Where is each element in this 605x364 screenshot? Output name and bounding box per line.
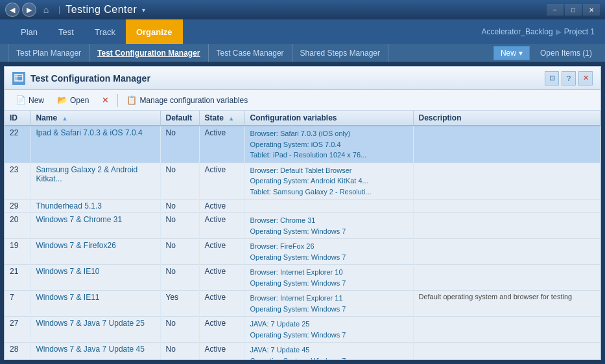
menu-right: Accelerator_Backlog ▶ Project 1 [482,27,595,36]
breadcrumb: Accelerator_Backlog ▶ Project 1 [482,27,595,36]
home-icon[interactable]: ⌂ [39,3,53,17]
cell-id: 23 [5,163,30,199]
forward-button[interactable]: ▶ [22,3,36,17]
breadcrumb-right: Project 1 [564,27,595,36]
sub-nav-item-test-plan-manager[interactable]: Test Plan Manager [8,44,89,62]
col-header-default: Default [160,111,199,126]
config-name-link[interactable]: Windows 7 & Firefox26 [36,241,116,250]
cell-name[interactable]: Windows 7 & IE11 [30,291,160,317]
cell-name[interactable]: Windows 7 & Firefox26 [30,239,160,265]
config-name-link[interactable]: Windows 7 & Java 7 Update 25 [36,319,145,328]
sub-nav-items: Test Plan ManagerTest Configuration Mana… [8,44,388,62]
config-name-link[interactable]: Windows 7 & IE11 [36,293,100,302]
window-controls: − □ ✕ [547,4,600,16]
config-var-line: Browser: Default Tablet Browser [250,165,408,176]
open-items-button[interactable]: Open Items (1) [535,47,597,60]
table-row[interactable]: 22Ipad & Safari 7.0.3 & iOS 7.0.4NoActiv… [5,126,600,163]
table-row[interactable]: 23Samsung Galaxy 2 & Android Kitkat...No… [5,163,600,199]
cell-id: 21 [5,265,30,291]
table-row[interactable]: 29Thunderhead 5.1.3NoActive [5,199,600,213]
config-var-line: Browser: Internet Explorer 10 [250,267,408,278]
config-name-link[interactable]: Windows 7 & Chrome 31 [36,215,123,224]
manage-vars-icon: 📋 [126,95,137,105]
cell-config-vars: Browser: Chrome 31Operating System: Wind… [244,213,413,239]
menu-item-organize[interactable]: Organize [126,19,183,44]
table-row[interactable]: 27Windows 7 & Java 7 Update 25NoActiveJA… [5,317,600,343]
config-name-link[interactable]: Windows 7 & Java 7 Update 45 [36,345,145,354]
config-var-line: JAVA: 7 Update 25 [250,319,408,330]
menu-item-test[interactable]: Test [48,19,84,44]
cell-name[interactable]: Windows 7 & Chrome 31 [30,213,160,239]
sub-nav-item-test-configuration-manager[interactable]: Test Configuration Manager [89,44,208,62]
config-var-line: Operating System: Windows 7 [250,252,408,263]
col-header-name[interactable]: Name ▲ [30,111,160,126]
config-name-link[interactable]: Windows 7 & IE10 [36,267,100,276]
config-var-line: Operating System: iOS 7.0.4 [250,139,408,150]
cell-name[interactable]: Windows 7 & Java 7 Update 45 [30,343,160,360]
config-var-line: Operating System: Windows 7 [250,304,408,315]
menu-item-plan[interactable]: Plan [10,19,48,44]
restore-button[interactable]: ⊡ [545,71,559,85]
table-container[interactable]: ID Name ▲ Default State ▲ Configuration … [5,111,600,359]
config-var-line: Browser: Internet Explorer 11 [250,293,408,304]
menu-items: PlanTestTrackOrganize [10,19,183,44]
cell-name[interactable]: Thunderhead 5.1.3 [30,199,160,213]
config-var-line: Browser: FireFox 26 [250,241,408,252]
table-row[interactable]: 28Windows 7 & Java 7 Update 45NoActiveJA… [5,343,600,360]
config-name-link[interactable]: Thunderhead 5.1.3 [36,201,102,210]
cell-name[interactable]: Samsung Galaxy 2 & Android Kitkat... [30,163,160,199]
table-row[interactable]: 20Windows 7 & Chrome 31NoActiveBrowser: … [5,213,600,239]
col-header-id: ID [5,111,30,126]
name-sort-icon: ▲ [62,115,68,122]
title-dropdown-icon[interactable]: ▾ [142,6,145,14]
minimize-button[interactable]: − [547,4,563,16]
manage-vars-button[interactable]: 📋 Manage configuration variables [121,93,254,108]
delete-icon: ✕ [102,95,109,105]
panel-title: Test Configuration Manager [30,73,545,84]
menu-item-track[interactable]: Track [84,19,126,44]
table-row[interactable]: 19Windows 7 & Firefox26NoActiveBrowser: … [5,239,600,265]
config-var-line: Browser: Chrome 31 [250,215,408,226]
new-button[interactable]: New ▾ [493,46,530,60]
open-item-button[interactable]: 📂 Open [51,93,95,108]
sub-nav-right: New ▾ Open Items (1) [493,46,597,60]
new-item-button[interactable]: 📄 New [10,93,50,108]
title-bar-left: ◀ ▶ ⌂ | Testing Center ▾ [5,3,145,17]
panel-close-button[interactable]: ✕ [578,71,593,85]
cell-name[interactable]: Windows 7 & IE10 [30,265,160,291]
back-button[interactable]: ◀ [5,3,19,17]
cell-default: No [160,343,199,360]
cell-description [413,239,600,265]
config-name-link[interactable]: Samsung Galaxy 2 & Android Kitkat... [36,165,138,183]
help-button[interactable]: ? [562,71,576,85]
cell-description [413,199,600,213]
state-sort-icon: ▲ [228,115,234,122]
window-close-button[interactable]: ✕ [583,4,600,16]
title-bar: ◀ ▶ ⌂ | Testing Center ▾ − □ ✕ [0,0,605,19]
config-var-line: Operating System: Windows 7 [250,278,408,289]
cell-default: No [160,213,199,239]
cell-state: Active [199,291,244,317]
cell-state: Active [199,239,244,265]
cell-name[interactable]: Windows 7 & Java 7 Update 25 [30,317,160,343]
col-header-description: Description [413,111,600,126]
cell-config-vars: Browser: Internet Explorer 11Operating S… [244,291,413,317]
cell-default: No [160,239,199,265]
new-item-label: New [29,96,44,105]
cell-id: 19 [5,239,30,265]
col-header-state[interactable]: State ▲ [199,111,244,126]
cell-name[interactable]: Ipad & Safari 7.0.3 & iOS 7.0.4 [30,126,160,163]
cell-description [413,265,600,291]
sub-nav-item-shared-steps-manager[interactable]: Shared Steps Manager [292,44,388,62]
cell-state: Active [199,199,244,213]
table-row[interactable]: 21Windows 7 & IE10NoActiveBrowser: Inter… [5,265,600,291]
config-name-link[interactable]: Ipad & Safari 7.0.3 & iOS 7.0.4 [36,128,143,137]
app-title: Testing Center [65,4,137,16]
open-item-icon: 📂 [57,95,67,105]
delete-item-button[interactable]: ✕ [96,93,115,108]
config-var-line: Tablet: iPad - Resolution 1024 x 76... [250,150,408,161]
cell-state: Active [199,163,244,199]
maximize-button[interactable]: □ [565,4,582,16]
table-row[interactable]: 7Windows 7 & IE11YesActiveBrowser: Inter… [5,291,600,317]
sub-nav-item-test-case-manager[interactable]: Test Case Manager [209,44,292,62]
